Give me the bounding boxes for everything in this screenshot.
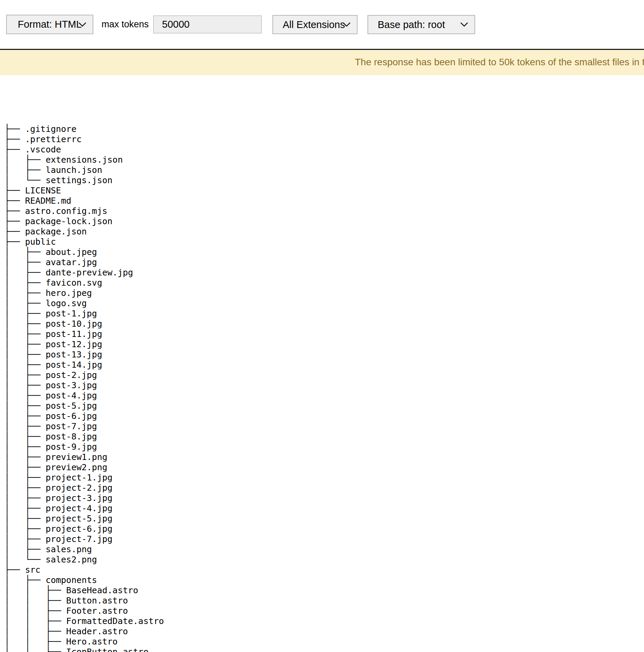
warning-banner-text: The response has been limited to 50k tok… [355, 57, 644, 68]
toolbar: Format: HTML max tokens All Extensions B… [0, 0, 644, 49]
extensions-select[interactable]: All Extensions [272, 15, 358, 34]
chevron-down-icon [460, 22, 468, 27]
max-tokens-label: max tokens [102, 15, 149, 34]
base-path-select[interactable]: Base path: root [367, 15, 475, 34]
warning-banner: The response has been limited to 50k tok… [0, 49, 644, 75]
base-path-select-label: Base path: root [368, 19, 445, 30]
chevron-down-icon [343, 22, 351, 27]
chevron-down-icon [78, 22, 86, 27]
extensions-select-label: All Extensions [273, 19, 345, 30]
file-tree: ├── .gitignore ├── .prettierrc ├── .vsco… [4, 124, 164, 652]
max-tokens-input[interactable] [153, 15, 262, 33]
format-select[interactable]: Format: HTML [6, 15, 93, 34]
format-select-label: Format: HTML [7, 19, 82, 30]
